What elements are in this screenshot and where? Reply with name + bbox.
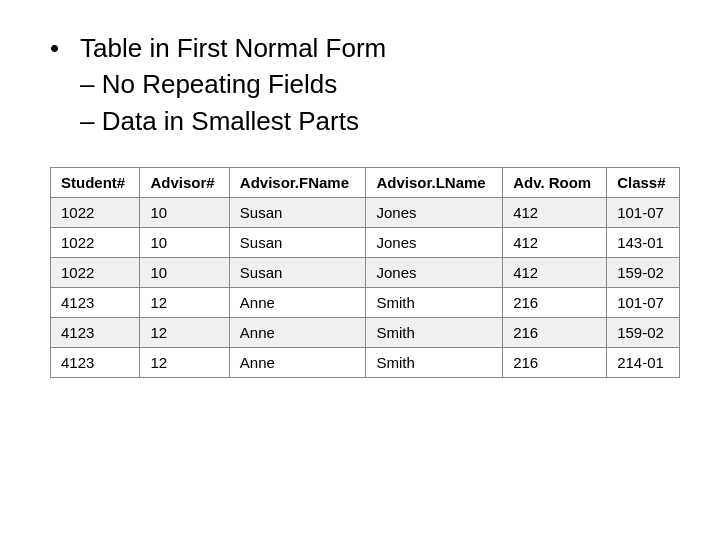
col-header-class: Class# bbox=[607, 168, 680, 198]
table-cell: 216 bbox=[503, 348, 607, 378]
table-cell: Susan bbox=[229, 258, 366, 288]
table-cell: 10 bbox=[140, 228, 229, 258]
title-line2: – No Repeating Fields bbox=[50, 66, 680, 102]
table-cell: 412 bbox=[503, 258, 607, 288]
table-cell: Anne bbox=[229, 288, 366, 318]
title-line3: – Data in Smallest Parts bbox=[50, 103, 680, 139]
col-header-advroom: Adv. Room bbox=[503, 168, 607, 198]
table-cell: 12 bbox=[140, 288, 229, 318]
table-cell: 412 bbox=[503, 228, 607, 258]
table-cell: 1022 bbox=[51, 198, 140, 228]
table-row: 412312AnneSmith216159-02 bbox=[51, 318, 680, 348]
table-cell: 143-01 bbox=[607, 228, 680, 258]
table-cell: 216 bbox=[503, 288, 607, 318]
table-row: 412312AnneSmith216101-07 bbox=[51, 288, 680, 318]
title-section: Table in First Normal Form – No Repeatin… bbox=[50, 30, 680, 139]
col-header-advisorlname: Advisor.LName bbox=[366, 168, 503, 198]
table-row: 102210SusanJones412159-02 bbox=[51, 258, 680, 288]
title-line1: Table in First Normal Form bbox=[50, 30, 680, 66]
table-cell: Jones bbox=[366, 228, 503, 258]
col-header-student: Student# bbox=[51, 168, 140, 198]
table-cell: Susan bbox=[229, 198, 366, 228]
table-row: 412312AnneSmith216214-01 bbox=[51, 348, 680, 378]
table-cell: 159-02 bbox=[607, 258, 680, 288]
table-cell: 12 bbox=[140, 318, 229, 348]
table-header-row: Student# Advisor# Advisor.FName Advisor.… bbox=[51, 168, 680, 198]
table-cell: 101-07 bbox=[607, 198, 680, 228]
table-cell: 12 bbox=[140, 348, 229, 378]
table-cell: 101-07 bbox=[607, 288, 680, 318]
table-cell: 4123 bbox=[51, 288, 140, 318]
table-cell: 1022 bbox=[51, 258, 140, 288]
table-cell: 412 bbox=[503, 198, 607, 228]
normal-form-table: Student# Advisor# Advisor.FName Advisor.… bbox=[50, 167, 680, 378]
table-cell: Smith bbox=[366, 318, 503, 348]
table-cell: Anne bbox=[229, 318, 366, 348]
table-cell: Smith bbox=[366, 348, 503, 378]
table-cell: Jones bbox=[366, 198, 503, 228]
table-cell: 159-02 bbox=[607, 318, 680, 348]
table-cell: 1022 bbox=[51, 228, 140, 258]
table-cell: 216 bbox=[503, 318, 607, 348]
table-row: 102210SusanJones412143-01 bbox=[51, 228, 680, 258]
table-cell: Anne bbox=[229, 348, 366, 378]
table-cell: 214-01 bbox=[607, 348, 680, 378]
col-header-advisorfname: Advisor.FName bbox=[229, 168, 366, 198]
table-cell: 4123 bbox=[51, 348, 140, 378]
table-cell: 10 bbox=[140, 258, 229, 288]
table-cell: Susan bbox=[229, 228, 366, 258]
table-cell: 10 bbox=[140, 198, 229, 228]
table-cell: 4123 bbox=[51, 318, 140, 348]
table-cell: Jones bbox=[366, 258, 503, 288]
table-row: 102210SusanJones412101-07 bbox=[51, 198, 680, 228]
col-header-advisor: Advisor# bbox=[140, 168, 229, 198]
table-cell: Smith bbox=[366, 288, 503, 318]
